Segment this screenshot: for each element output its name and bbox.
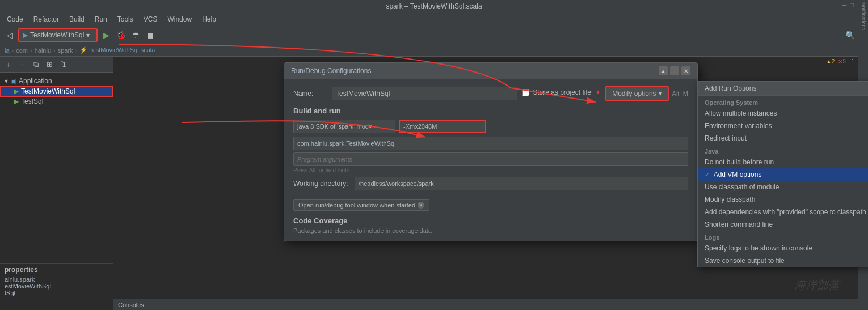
sdk-input[interactable] <box>293 120 395 133</box>
run-icon: ▶ <box>14 87 19 95</box>
main-layout: + − ⧉ ⊞ ⇅ ▾ ▣ Application ▶ TestMovieWit… <box>0 57 868 310</box>
restore-btn[interactable]: □ <box>850 2 854 9</box>
move-config-btn[interactable]: ⊞ <box>43 58 56 71</box>
breadcrumb-item-3[interactable]: spark <box>58 47 73 54</box>
console-tab-label: Consoles <box>118 301 144 308</box>
sidebar-toolbar: + − ⧉ ⊞ ⇅ <box>0 57 113 73</box>
title-bar: spark – TestMovieWithSql.scala ─ □ ✕ <box>0 0 868 12</box>
dropdown-item-redirect[interactable]: Redirect input <box>698 132 868 145</box>
dialog-controls: ▲ □ ✕ <box>659 66 690 75</box>
working-dir-row: Working directory: <box>293 177 688 190</box>
item-label-1: TestSql <box>21 97 43 105</box>
dropdown-section-logs: Logs <box>698 231 868 242</box>
dropdown-item-shorten[interactable]: Shorten command line <box>698 218 868 231</box>
search-icon[interactable]: 🔍 <box>845 31 855 40</box>
chevron-down-icon: ▾ <box>5 77 8 85</box>
breadcrumb-item-4[interactable]: ⚡ TestMovieWithSql.scala <box>79 46 155 54</box>
main-class-input[interactable] <box>293 137 688 150</box>
tree-group-header[interactable]: ▾ ▣ Application <box>0 76 113 86</box>
dropdown-item-add-deps[interactable]: Add dependencies with "provided" scope t… <box>698 206 868 218</box>
dropdown-arrow[interactable]: ▾ <box>86 31 90 39</box>
run-icon-2: ▶ <box>14 97 19 105</box>
open-run-btn[interactable]: Open run/debug tool window when started … <box>293 199 429 211</box>
toolbar: ◁ ▶ TestMovieWithSql ▾ ▶ 🐞 ☂ ◼ 🔍 ⚙ <box>0 26 868 44</box>
menu-vcs[interactable]: VCS <box>139 14 162 24</box>
stop-btn[interactable]: ◼ <box>144 29 157 41</box>
tree-group-application: ▾ ▣ Application ▶ TestMovieWithSql ▶ Tes… <box>0 75 113 108</box>
menu-build[interactable]: Build <box>65 14 89 24</box>
add-config-btn[interactable]: + <box>2 58 15 71</box>
dropdown-item-modify-classpath[interactable]: Modify classpath <box>698 193 868 206</box>
menu-run[interactable]: Run <box>90 14 112 24</box>
console-tab[interactable]: Consoles <box>113 299 868 310</box>
dropdown-item-add-vm[interactable]: ✓ Add VM options Alt+V <box>698 168 868 181</box>
right-panel: RelationalGroupedDataset sql.DataFrame ▲… <box>113 57 868 310</box>
name-label: Name: <box>293 90 327 97</box>
menu-refactor[interactable]: Refactor <box>29 14 64 24</box>
working-dir-label: Working directory: <box>293 180 350 188</box>
prop-item-2: tSql <box>5 290 109 296</box>
sidebar-tree: ▾ ▣ Application ▶ TestMovieWithSql ▶ Tes… <box>0 73 113 110</box>
dialog-overlay: Run/Debug Configurations ▲ □ ✕ Name: <box>113 57 868 310</box>
menu-code[interactable]: Code <box>2 14 28 24</box>
notifications-label[interactable]: Notifications <box>861 2 866 30</box>
dropdown-item-save-console[interactable]: Save console output to file <box>698 254 868 267</box>
menu-bar: Code Refactor Build Run Tools VCS Window… <box>0 12 868 26</box>
breadcrumb-item-0[interactable]: la <box>5 47 10 54</box>
store-project-checkbox[interactable] <box>522 89 529 96</box>
copy-config-btn[interactable]: ⧉ <box>30 58 42 71</box>
run-debug-dialog: Run/Debug Configurations ▲ □ ✕ Name: <box>284 62 698 241</box>
dropdown-item-no-build[interactable]: Do not build before run <box>698 156 868 168</box>
working-dir-input[interactable] <box>355 177 688 190</box>
build-run-row <box>293 120 688 133</box>
run-btn[interactable]: ▶ <box>100 29 112 41</box>
dropdown-item-env-vars[interactable]: Environment variables Alt+E <box>698 120 868 132</box>
menu-help[interactable]: Help <box>197 14 221 24</box>
dropdown-section-java: Java <box>698 145 868 156</box>
dialog-expand-btn[interactable]: ▲ <box>659 66 668 75</box>
group-label: Application <box>19 77 52 85</box>
breadcrumb-item-2[interactable]: hainiu <box>35 47 51 54</box>
back-btn[interactable]: ◁ <box>3 29 16 41</box>
dialog-title: Run/Debug Configurations <box>291 67 371 75</box>
run-config-selector[interactable]: ▶ TestMovieWithSql ▾ <box>18 28 98 42</box>
debug-btn[interactable]: 🐞 <box>115 29 127 41</box>
prop-item-0: ainiu.spark <box>5 276 109 283</box>
breadcrumb: la › com › hainiu › spark › ⚡ TestMovieW… <box>0 44 868 57</box>
sidebar: + − ⧉ ⊞ ⇅ ▾ ▣ Application ▶ TestMovieWit… <box>0 57 113 310</box>
menu-tools[interactable]: Tools <box>113 14 138 24</box>
remove-config-btn[interactable]: − <box>16 58 28 71</box>
dropdown-section-os: Operating System <box>698 96 868 107</box>
sidebar-item-testmoviewithsql[interactable]: ▶ TestMovieWithSql <box>0 86 113 96</box>
sort-config-btn[interactable]: ⇅ <box>57 58 69 71</box>
sidebar-item-testsql[interactable]: ▶ TestSql <box>0 96 113 107</box>
coverage-btn[interactable]: ☂ <box>129 29 142 41</box>
watermark: 海洋部落 <box>794 278 840 293</box>
modify-shortcut: Alt+M <box>672 90 688 97</box>
dialog-body: Name: Store as project file ✦ <box>284 79 697 241</box>
store-project-label: Store as project file ✦ <box>533 88 601 96</box>
item-label-0: TestMovieWithSql <box>21 87 75 95</box>
hint-text: Press Alt for field hints <box>293 167 688 173</box>
modify-options-button[interactable]: Modify options ▾ <box>605 86 668 101</box>
name-input[interactable] <box>332 87 517 100</box>
code-coverage-sub: Packages and classes to include in cover… <box>293 227 688 234</box>
minimize-btn[interactable]: ─ <box>842 2 847 9</box>
program-args-input[interactable] <box>293 152 688 166</box>
run-config-name: TestMovieWithSql <box>30 31 84 39</box>
store-project-row: Store as project file ✦ <box>522 88 601 96</box>
menu-window[interactable]: Window <box>163 14 196 24</box>
dialog-close-btn[interactable]: ✕ <box>681 66 690 75</box>
dropdown-arrow-icon: ▾ <box>659 90 662 97</box>
dropdown-item-specify-logs[interactable]: Specify logs to be shown in console <box>698 242 868 254</box>
properties-title: properties <box>5 266 109 274</box>
title-text: spark – TestMovieWithSql.scala <box>386 2 482 10</box>
vm-options-input[interactable] <box>399 120 486 133</box>
dialog-more-btn[interactable]: □ <box>670 66 679 75</box>
dropdown-item-use-classpath[interactable]: Use classpath of module Alt+O <box>698 181 868 193</box>
remove-option-icon[interactable]: ✕ <box>418 202 424 209</box>
code-coverage-title: Code Coverage <box>293 216 688 225</box>
dialog-titlebar: Run/Debug Configurations ▲ □ ✕ <box>284 63 697 79</box>
dropdown-item-allow-multiple[interactable]: Allow multiple instances Alt+U <box>698 107 868 120</box>
breadcrumb-item-1[interactable]: com <box>16 47 28 54</box>
